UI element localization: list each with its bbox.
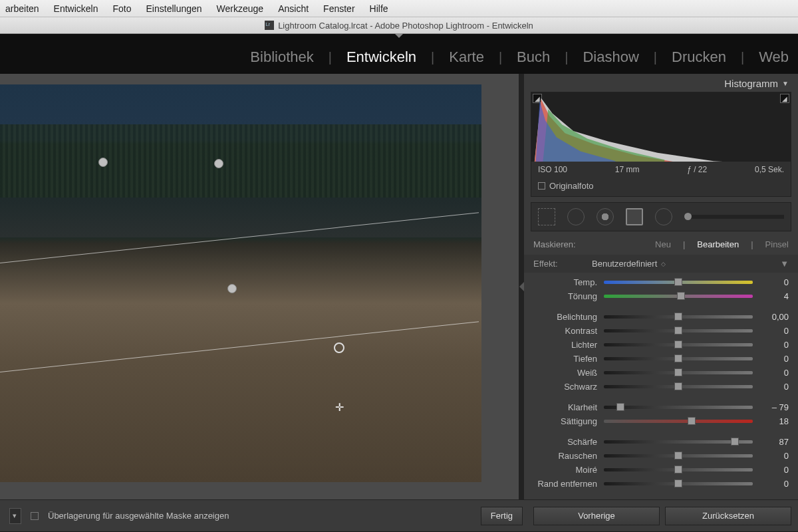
slider-label: Lichter [524, 340, 604, 350]
slider-saturation[interactable]: Sättigung18 [524, 414, 798, 428]
slider-contrast[interactable]: Kontrast0 [524, 324, 798, 338]
adjustment-pin[interactable] [227, 284, 237, 293]
chevron-down-icon[interactable]: ▼ [780, 259, 789, 269]
module-slideshow[interactable]: Diashow [583, 49, 638, 66]
reset-button[interactable]: Zurücksetzen [665, 507, 791, 525]
slider-temp[interactable]: Temp.0 [524, 275, 798, 289]
menu-settings[interactable]: Einstellungen [146, 3, 202, 14]
slider-track[interactable] [604, 295, 753, 298]
histogram-graph[interactable]: ◢ ◢ [531, 92, 791, 162]
slider-track[interactable] [604, 357, 753, 360]
menu-develop[interactable]: Entwickeln [54, 3, 98, 14]
slider-sharp[interactable]: Schärfe87 [524, 435, 798, 449]
menu-photo[interactable]: Foto [113, 3, 132, 14]
slider-white[interactable]: Weiß0 [524, 366, 798, 380]
slider-track[interactable] [604, 482, 753, 485]
slider-thumb[interactable] [674, 354, 682, 362]
slider-tint[interactable]: Tönung4 [524, 289, 798, 303]
histogram-panel: ◢ ◢ ISO 100 17 mm ƒ / 22 0,5 Sek. Origin… [531, 92, 791, 197]
gradient-line[interactable] [0, 321, 479, 372]
chevron-down-icon[interactable]: ▼ [782, 80, 789, 87]
slider-track[interactable] [604, 329, 753, 332]
module-develop[interactable]: Entwickeln [346, 49, 416, 66]
slider-noise[interactable]: Rauschen0 [524, 449, 798, 463]
preview-image[interactable]: ✛ [0, 84, 481, 482]
module-map[interactable]: Karte [449, 49, 484, 66]
slider-thumb[interactable] [674, 466, 682, 473]
effect-value[interactable]: Benutzerdefiniert [592, 259, 657, 269]
slider-track[interactable] [604, 454, 753, 458]
gradient-tool-icon[interactable] [626, 208, 643, 225]
checkbox-icon[interactable] [538, 182, 545, 190]
slider-thumb[interactable] [674, 382, 682, 390]
slider-clarity[interactable]: Klarheit– 79 [524, 400, 798, 414]
slider-thumb[interactable] [674, 278, 682, 286]
dropdown-icon[interactable]: ◇ [661, 261, 666, 267]
brush-amount-slider[interactable] [684, 215, 784, 219]
histogram-header[interactable]: Histogramm ▼ [524, 74, 798, 92]
reveal-top-panel-icon[interactable] [395, 34, 403, 38]
slider-track[interactable] [604, 440, 753, 444]
slider-moire[interactable]: Moiré0 [524, 463, 798, 477]
slider-black[interactable]: Schwarz0 [524, 380, 798, 394]
menu-help[interactable]: Hilfe [370, 3, 388, 14]
menu-tools[interactable]: Werkzeuge [217, 3, 264, 14]
develop-right-panel: Histogramm ▼ ◢ ◢ ISO 100 17 mm ƒ / 22 0,… [524, 74, 798, 499]
slider-track[interactable] [604, 371, 753, 374]
slider-thumb[interactable] [688, 417, 696, 425]
slider-thumb[interactable] [674, 313, 682, 321]
slider-track[interactable] [604, 385, 753, 388]
spot-tool-icon[interactable] [567, 208, 585, 225]
image-stage[interactable]: ✛ [0, 74, 519, 499]
slider-thumb[interactable] [674, 327, 682, 334]
bottom-toolbar: ▾ Überlagerung für ausgewählte Maske anz… [0, 499, 798, 531]
adjustment-pin[interactable] [214, 159, 223, 168]
slider-track[interactable] [604, 406, 753, 409]
mask-new[interactable]: Neu [655, 239, 671, 249]
slider-shadows[interactable]: Tiefen0 [524, 352, 798, 366]
menu-window[interactable]: Fenster [323, 3, 354, 14]
slider-thumb[interactable] [674, 340, 682, 348]
original-toggle[interactable]: Originalfoto [531, 178, 791, 196]
radial-tool-icon[interactable] [655, 208, 672, 225]
module-book[interactable]: Buch [517, 49, 550, 66]
slider-track[interactable] [604, 315, 753, 319]
slider-thumb[interactable] [677, 292, 685, 300]
slider-thumb[interactable] [731, 438, 739, 446]
mask-brush[interactable]: Pinsel [765, 239, 789, 249]
previous-button[interactable]: Vorherige [533, 507, 660, 525]
slider-thumb[interactable] [674, 479, 682, 487]
slider-value: 0 [753, 382, 789, 392]
adjustment-pin[interactable] [98, 158, 108, 167]
slider-value: 0 [753, 326, 789, 336]
collapse-right-icon[interactable] [519, 282, 524, 291]
slider-thumb[interactable] [616, 403, 624, 411]
menu-edit[interactable]: arbeiten [5, 3, 39, 14]
crop-tool-icon[interactable] [538, 208, 555, 225]
slider-thumb[interactable] [674, 452, 682, 460]
os-menubar[interactable]: arbeiten Entwickeln Foto Einstellungen W… [0, 0, 798, 17]
slider-label: Moiré [524, 465, 604, 475]
adjustment-pin-active[interactable] [334, 342, 344, 353]
slider-thumb[interactable] [674, 368, 682, 376]
done-button[interactable]: Fertig [481, 507, 523, 525]
slider-track[interactable] [604, 420, 753, 423]
menu-view[interactable]: Ansicht [278, 3, 309, 14]
module-library[interactable]: Bibliothek [250, 49, 313, 66]
slider-exposure[interactable]: Belichtung0,00 [524, 310, 798, 324]
module-print[interactable]: Drucken [672, 49, 726, 66]
overlay-checkbox[interactable] [31, 512, 39, 520]
slider-defringe[interactable]: Rand entfernen0 [524, 477, 798, 491]
slider-track[interactable] [604, 281, 753, 284]
slider-track[interactable] [604, 468, 753, 471]
overlay-mode-select[interactable]: ▾ [9, 508, 21, 524]
redeye-tool-icon[interactable] [597, 208, 614, 225]
module-web[interactable]: Web [759, 49, 789, 66]
panel-divider[interactable] [519, 74, 524, 499]
slider-highlights[interactable]: Lichter0 [524, 338, 798, 352]
slider-value: 0 [753, 340, 789, 350]
slider-track[interactable] [604, 343, 753, 346]
slider-label: Sättigung [524, 416, 604, 426]
effect-preset-row[interactable]: Effekt: Benutzerdefiniert ◇ ▼ [524, 255, 798, 273]
mask-edit[interactable]: Bearbeiten [697, 239, 739, 249]
